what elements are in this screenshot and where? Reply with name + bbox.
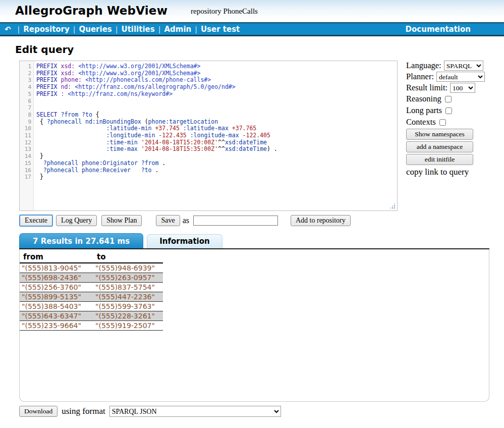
line-number: 7 <box>20 104 31 112</box>
column-header-to[interactable]: to <box>93 252 163 263</box>
table-cell[interactable]: "(555)698-2436" <box>20 273 93 283</box>
code-line: { ?phonecall nd:inBoundingBox (phone:tar… <box>36 119 277 126</box>
code-line: :latitude-min +37.745 :latitude-max +37.… <box>36 125 277 132</box>
results-body: "(555)813-9045""(555)948-6939""(555)698-… <box>20 263 163 331</box>
add-namespace-button[interactable]: add a namespace <box>406 141 473 152</box>
planner-row: Planner: default <box>406 72 504 82</box>
nav-item-user-test[interactable]: User test <box>201 25 240 34</box>
table-cell[interactable]: "(555)228-3261" <box>93 311 163 321</box>
code-line: PREFIX nd: <http://franz.com/ns/allegrog… <box>36 84 277 91</box>
code-line: } <box>36 153 277 160</box>
column-header-from[interactable]: from <box>20 252 93 263</box>
nav-separator: | <box>155 25 164 33</box>
add-to-repository-button[interactable]: Add to repository <box>291 215 351 226</box>
show-namespaces-button[interactable]: Show namespaces <box>406 129 473 140</box>
resize-grip-icon[interactable] <box>389 203 396 209</box>
actions-row: Execute Log Query Show Plan Save as Add … <box>19 214 504 227</box>
nav-items: |Repository|Queries|Utilities|Admin|User… <box>14 25 240 34</box>
query-code[interactable]: PREFIX xsd: <http://www.w3.org/2001/XMLS… <box>34 61 277 210</box>
download-row: Download using format SPARQL JSON <box>19 406 504 417</box>
download-button[interactable]: Download <box>19 406 58 417</box>
code-line: ?phonecall phone:Originator ?from . <box>36 160 277 167</box>
table-cell[interactable]: "(555)948-6939" <box>93 263 163 273</box>
table-cell[interactable]: "(555)388-5403" <box>20 302 93 311</box>
table-cell[interactable]: "(555)837-5754" <box>93 283 163 292</box>
result-limit-select[interactable]: 100 <box>450 83 475 93</box>
query-editor[interactable]: 1234567891011121314151617 PREFIX xsd: <h… <box>19 61 398 211</box>
line-number: 14 <box>20 153 31 160</box>
language-label: Language: <box>406 61 441 71</box>
code-line <box>36 104 277 112</box>
contexts-checkbox[interactable] <box>439 119 446 126</box>
table-row: "(555)643-6347""(555)228-3261" <box>20 311 163 321</box>
contexts-label: Contexts <box>406 117 436 127</box>
edit-initfile-button[interactable]: edit initfile <box>406 154 473 165</box>
download-format-select[interactable]: SPARQL JSON <box>109 406 281 417</box>
results-header-row: from to <box>20 252 163 263</box>
table-row: "(555)235-9664""(555)919-2507" <box>20 321 163 331</box>
line-number: 11 <box>20 132 31 139</box>
line-number-gutter: 1234567891011121314151617 <box>20 61 34 210</box>
line-number: 12 <box>20 139 31 146</box>
tab-results[interactable]: 7 Results in 27.641 ms <box>19 233 143 248</box>
query-options-panel: Language: SPARQL Planner: default Result… <box>406 61 504 177</box>
table-row: "(555)813-9045""(555)948-6939" <box>20 263 163 273</box>
result-limit-label: Result limit: <box>406 83 447 93</box>
query-section: 1234567891011121314151617 PREFIX xsd: <h… <box>19 61 504 211</box>
planner-select[interactable]: default <box>436 72 485 82</box>
nav-item-admin[interactable]: Admin <box>164 25 191 34</box>
table-cell[interactable]: "(555)256-3760" <box>20 283 93 292</box>
nav-separator: | <box>191 25 201 33</box>
nav-separator: | <box>112 25 122 33</box>
code-line: ?phonecall phone:Receiver ?to . <box>36 167 277 174</box>
line-number: 13 <box>20 146 31 153</box>
table-row: "(555)256-3760""(555)837-5754" <box>20 283 163 292</box>
code-line: :longitude-min -122.435 :longitude-max -… <box>36 132 277 139</box>
save-name-input[interactable] <box>193 216 278 226</box>
code-line <box>36 98 277 105</box>
table-cell[interactable]: "(555)235-9664" <box>20 321 93 331</box>
show-plan-button[interactable]: Show Plan <box>101 215 142 226</box>
table-cell[interactable]: "(555)899-5135" <box>20 292 93 302</box>
result-limit-row: Result limit: 100 <box>406 83 504 93</box>
table-cell[interactable]: "(555)599-3763" <box>93 302 163 311</box>
using-format-label: using format <box>62 406 105 416</box>
line-number: 16 <box>20 167 31 174</box>
copy-link-to-query[interactable]: copy link to query <box>406 167 504 177</box>
table-cell[interactable]: "(555)263-0957" <box>93 273 163 283</box>
line-number: 15 <box>20 160 31 167</box>
nav-item-repository[interactable]: Repository <box>23 25 70 34</box>
code-line: :time-min '2014-08-18T15:20:00Z'^^xsd:da… <box>36 139 277 146</box>
line-number: 9 <box>20 119 31 126</box>
long-parts-row: Long parts <box>406 105 504 116</box>
code-line: SELECT ?from ?to { <box>36 112 277 119</box>
line-number: 17 <box>20 174 31 181</box>
table-row: "(555)899-5135""(555)447-2236" <box>20 292 163 302</box>
table-row: "(555)698-2436""(555)263-0957" <box>20 273 163 283</box>
results-panel: from to "(555)813-9045""(555)948-6939""(… <box>19 249 489 402</box>
table-cell[interactable]: "(555)813-9045" <box>20 263 93 273</box>
table-cell[interactable]: "(555)919-2507" <box>93 321 163 331</box>
code-line: PREFIX phone: <http://phonecalls.com/pho… <box>36 77 277 84</box>
long-parts-checkbox[interactable] <box>445 108 452 114</box>
app-header: AllegroGraph WebView repository PhoneCal… <box>0 0 504 22</box>
code-line: PREFIX xsd: <http://www.w3.org/2001/XMLS… <box>36 63 277 70</box>
back-arrow-icon[interactable]: ↶ <box>0 25 14 34</box>
table-cell[interactable]: "(555)643-6347" <box>20 311 93 321</box>
app-title: AllegroGraph WebView <box>15 4 167 17</box>
tab-information[interactable]: Information <box>147 234 222 248</box>
line-number: 1 <box>20 63 31 70</box>
nav-item-documentation[interactable]: Documentation <box>406 25 471 34</box>
table-cell[interactable]: "(555)447-2236" <box>93 292 163 302</box>
execute-button[interactable]: Execute <box>19 215 53 227</box>
reasoning-checkbox[interactable] <box>445 96 452 102</box>
reasoning-row: Reasoning <box>406 94 504 104</box>
save-button[interactable]: Save <box>156 215 180 226</box>
nav-item-utilities[interactable]: Utilities <box>121 25 154 34</box>
language-select[interactable]: SPARQL <box>444 61 483 71</box>
line-number: 6 <box>20 98 31 105</box>
line-number: 3 <box>20 77 31 84</box>
log-query-button[interactable]: Log Query <box>56 215 97 226</box>
line-number: 8 <box>20 112 31 119</box>
nav-item-queries[interactable]: Queries <box>79 25 112 34</box>
